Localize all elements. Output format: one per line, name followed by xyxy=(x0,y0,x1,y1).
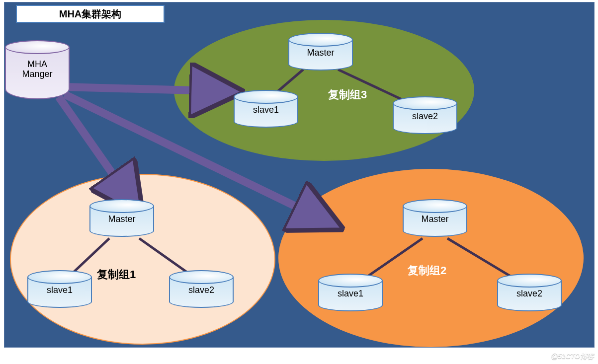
g2-slave2-label: slave2 xyxy=(497,289,562,299)
g2-slave1: slave1 xyxy=(318,281,383,311)
g1-master-label: Master xyxy=(89,214,154,224)
g1-slave2: slave2 xyxy=(169,277,234,308)
g1-master: Master xyxy=(89,206,154,237)
diagram-title: MHA集群架构 xyxy=(16,5,165,23)
g2-slave1-label: slave1 xyxy=(318,289,383,299)
g3-master-label: Master xyxy=(288,48,353,58)
g3-slave2-label: slave2 xyxy=(393,111,457,122)
group-ellipse-1 xyxy=(10,174,275,345)
g3-slave2: slave2 xyxy=(393,103,457,134)
g2-label: 复制组2 xyxy=(408,263,446,278)
group-ellipse-2 xyxy=(278,169,584,347)
g3-slave1-label: slave1 xyxy=(234,105,298,115)
mha-manager-cylinder: MHA Manger xyxy=(5,47,70,99)
g1-slave1-label: slave1 xyxy=(27,285,92,295)
g3-label: 复制组3 xyxy=(328,87,367,102)
g2-slave2: slave2 xyxy=(497,281,562,311)
g3-slave1: slave1 xyxy=(234,97,298,128)
g3-master: Master xyxy=(288,40,353,71)
g2-master: Master xyxy=(403,206,467,237)
watermark: @51CTO博客 xyxy=(551,352,594,361)
g1-slave1: slave1 xyxy=(27,277,92,308)
g2-master-label: Master xyxy=(403,214,467,224)
g1-label: 复制组1 xyxy=(97,267,136,282)
diagram-canvas: MHA集群架构 MHA Manger Master sl xyxy=(0,0,598,364)
mha-manager-label: MHA Manger xyxy=(5,60,70,79)
g1-slave2-label: slave2 xyxy=(169,285,234,295)
